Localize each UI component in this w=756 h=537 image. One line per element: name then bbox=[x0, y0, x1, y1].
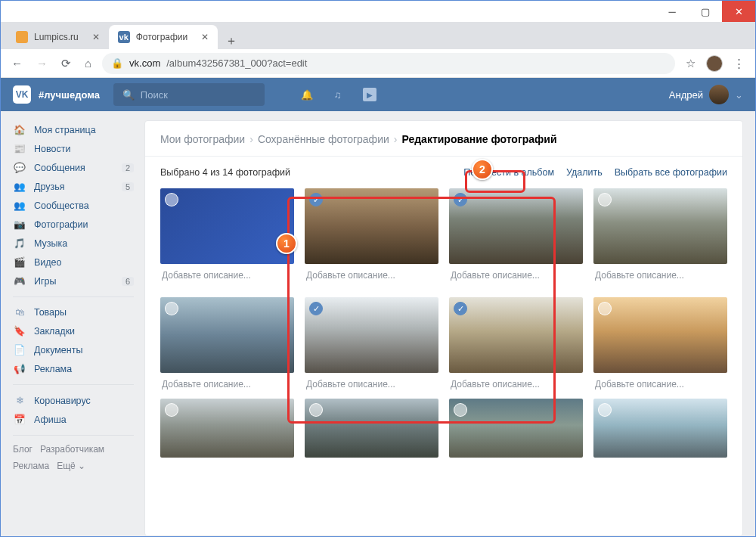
sidebar-item-label: Видео bbox=[34, 257, 62, 268]
photo-card: Добавьте описание... bbox=[160, 188, 294, 287]
tab-favicon-icon: vk bbox=[118, 31, 130, 43]
photo-select-checkbox[interactable] bbox=[165, 302, 178, 315]
footer-link[interactable]: Блог bbox=[13, 442, 33, 458]
photo-thumbnail[interactable] bbox=[305, 399, 438, 458]
select-all-button[interactable]: Выбрать все фотографии bbox=[615, 167, 727, 178]
play-icon[interactable]: ▶ bbox=[363, 88, 376, 101]
new-tab-button[interactable]: ＋ bbox=[218, 33, 245, 49]
sidebar-item[interactable]: 🔖 Закладки bbox=[13, 321, 134, 340]
lock-icon: 🔒 bbox=[111, 57, 123, 69]
profile-avatar[interactable] bbox=[706, 55, 723, 72]
url-field[interactable]: 🔒 vk.com/album432567381_000?act=edit bbox=[102, 53, 675, 74]
window-min-button[interactable]: ─ bbox=[655, 1, 689, 22]
browser-menu-button[interactable]: ⋮ bbox=[730, 54, 748, 73]
photo-description-input[interactable]: Добавьте описание... bbox=[593, 264, 727, 287]
delete-button[interactable]: Удалить bbox=[566, 167, 603, 178]
vk-sidebar: 🏠 Моя страница 📰 Новости 💬 Сообщения 2 👥… bbox=[13, 120, 134, 536]
photo-toolbar: Выбрано 4 из 14 фотографий Перенести в а… bbox=[160, 167, 727, 178]
nav-back-button[interactable]: ← bbox=[8, 54, 26, 73]
chevron-right-icon: › bbox=[249, 133, 253, 145]
photo-select-checkbox[interactable] bbox=[598, 302, 612, 315]
sidebar-item[interactable]: 🎮 Игры 6 bbox=[13, 272, 134, 290]
favorite-button[interactable]: ☆ bbox=[683, 54, 699, 73]
photo-thumbnail[interactable] bbox=[160, 188, 294, 264]
photo-thumbnail[interactable]: ✓ bbox=[449, 188, 583, 264]
photo-select-checkbox[interactable] bbox=[309, 403, 323, 417]
photo-thumbnail[interactable]: ✓ bbox=[305, 188, 438, 264]
nav-reload-button[interactable]: ⟳ bbox=[58, 54, 74, 73]
photo-select-checkbox[interactable] bbox=[454, 403, 467, 417]
sidebar-item-label: Документы bbox=[34, 345, 82, 355]
photo-thumbnail[interactable]: ✓ bbox=[449, 297, 583, 373]
notifications-icon[interactable]: 🔔 bbox=[301, 89, 313, 101]
photo-description-input[interactable]: Добавьте описание... bbox=[160, 264, 294, 287]
browser-tab[interactable]: Lumpics.ru ✕ bbox=[7, 25, 109, 49]
sidebar-item-label: Новости bbox=[34, 144, 70, 154]
music-icon[interactable]: ♫ bbox=[334, 89, 342, 101]
photo-select-checkbox[interactable]: ✓ bbox=[454, 302, 467, 315]
sidebar-item-label: Коронавирус bbox=[34, 396, 91, 406]
search-icon: 🔍 bbox=[122, 89, 135, 101]
photo-thumbnail[interactable]: ✓ bbox=[305, 297, 438, 373]
sidebar-item-label: Сообщения bbox=[34, 163, 85, 173]
user-avatar-icon bbox=[709, 85, 729, 104]
sidebar-item[interactable]: 📅 Афиша bbox=[13, 410, 134, 429]
sidebar-item[interactable]: 📄 Документы bbox=[13, 340, 134, 359]
tab-close-icon[interactable]: ✕ bbox=[201, 32, 209, 42]
footer-link[interactable]: Реклама bbox=[13, 458, 49, 475]
sidebar-item[interactable]: 💬 Сообщения 2 bbox=[13, 158, 134, 177]
sidebar-item-label: Товары bbox=[34, 307, 67, 318]
photo-select-checkbox[interactable] bbox=[165, 193, 178, 206]
photo-card: ✓ Добавьте описание... bbox=[305, 297, 438, 396]
photo-thumbnail[interactable] bbox=[593, 399, 727, 458]
sidebar-badge: 2 bbox=[122, 163, 134, 172]
photo-thumbnail[interactable] bbox=[160, 399, 294, 458]
photo-select-checkbox[interactable] bbox=[598, 193, 612, 206]
sidebar-item[interactable]: 📷 Фотографии bbox=[13, 215, 134, 234]
photo-description-input[interactable]: Добавьте описание... bbox=[305, 373, 438, 396]
sidebar-item[interactable]: 🎵 Музыка bbox=[13, 234, 134, 253]
sidebar-icon: 📰 bbox=[13, 143, 26, 154]
vk-logo-icon[interactable]: VK bbox=[13, 85, 31, 104]
sidebar-item[interactable]: 🛍 Товары bbox=[13, 303, 134, 321]
sidebar-item[interactable]: 🏠 Моя страница bbox=[13, 120, 134, 139]
photo-select-checkbox[interactable]: ✓ bbox=[309, 302, 323, 315]
vk-search-input[interactable]: 🔍 Поиск bbox=[113, 83, 265, 106]
sidebar-item[interactable]: 📢 Реклама bbox=[13, 359, 134, 378]
sidebar-icon: 🎮 bbox=[13, 275, 26, 287]
photo-select-checkbox[interactable] bbox=[165, 403, 178, 417]
photo-description-input[interactable]: Добавьте описание... bbox=[160, 373, 294, 396]
photo-description-input[interactable]: Добавьте описание... bbox=[593, 373, 727, 396]
photo-thumbnail[interactable] bbox=[160, 297, 294, 373]
breadcrumb-link[interactable]: Сохранённые фотографии bbox=[258, 133, 389, 145]
photo-thumbnail[interactable] bbox=[593, 188, 727, 264]
nav-forward-button[interactable]: → bbox=[33, 54, 51, 73]
sidebar-item[interactable]: ❄ Коронавирус bbox=[13, 391, 134, 410]
nav-home-button[interactable]: ⌂ bbox=[82, 54, 94, 73]
photo-select-checkbox[interactable]: ✓ bbox=[454, 193, 467, 206]
sidebar-item[interactable]: 👥 Сообщества bbox=[13, 196, 134, 215]
vk-header: VK #лучшедома 🔍 Поиск 🔔 ♫ ▶ Андрей ⌄ bbox=[1, 78, 755, 111]
vk-user-menu[interactable]: Андрей ⌄ bbox=[669, 85, 743, 104]
photo-card bbox=[305, 399, 438, 458]
photo-description-input[interactable]: Добавьте описание... bbox=[449, 264, 583, 287]
photo-select-checkbox[interactable] bbox=[598, 403, 612, 417]
photo-description-input[interactable]: Добавьте описание... bbox=[449, 373, 583, 396]
sidebar-item[interactable]: 📰 Новости bbox=[13, 139, 134, 158]
browser-tab-active[interactable]: vk Фотографии ✕ bbox=[109, 25, 218, 49]
sidebar-item[interactable]: 🎬 Видео bbox=[13, 253, 134, 272]
sidebar-item[interactable]: 👥 Друзья 5 bbox=[13, 177, 134, 196]
tab-close-icon[interactable]: ✕ bbox=[92, 32, 100, 42]
photo-card: Добавьте описание... bbox=[160, 297, 294, 396]
vk-hashtag[interactable]: #лучшедома bbox=[39, 89, 100, 101]
photo-select-checkbox[interactable]: ✓ bbox=[309, 193, 323, 206]
footer-link[interactable]: Разработчикам bbox=[40, 442, 104, 458]
breadcrumb-link[interactable]: Мои фотографии bbox=[160, 133, 245, 145]
window-max-button[interactable]: ▢ bbox=[689, 1, 722, 22]
photo-thumbnail[interactable] bbox=[449, 399, 583, 458]
window-close-button[interactable]: ✕ bbox=[722, 1, 755, 22]
footer-link[interactable]: Ещё ⌄ bbox=[57, 458, 85, 475]
photo-description-input[interactable]: Добавьте описание... bbox=[305, 264, 438, 287]
photo-card bbox=[449, 399, 583, 458]
photo-thumbnail[interactable] bbox=[593, 297, 727, 373]
